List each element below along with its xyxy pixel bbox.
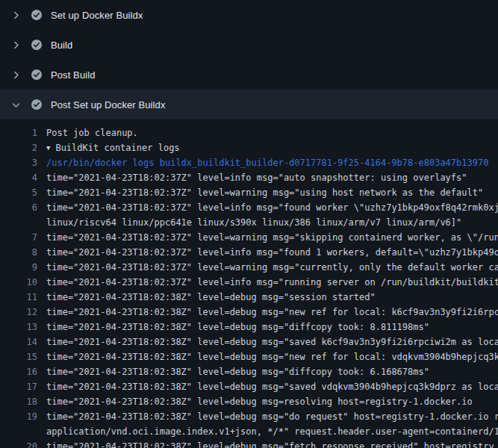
step-label: Build bbox=[51, 40, 72, 51]
log-line-number[interactable]: 4 bbox=[0, 170, 37, 185]
log-group-label[interactable]: ▼BuildKit container logs bbox=[46, 140, 180, 155]
step-label: Set up Docker Buildx bbox=[51, 10, 143, 21]
log-line-number[interactable]: 11 bbox=[0, 290, 37, 305]
workflow-log-viewer: Set up Docker BuildxBuildPost BuildPost … bbox=[0, 0, 498, 448]
log-line-number[interactable]: 8 bbox=[0, 245, 37, 260]
log-line: linux/riscv64 linux/ppc641e linux/s390x … bbox=[0, 215, 498, 230]
log-line-number[interactable]: 12 bbox=[0, 305, 37, 320]
chevron-down-icon[interactable] bbox=[10, 100, 22, 110]
log-line: 8time="2021-04-23T18:02:37Z" level=info … bbox=[0, 245, 498, 260]
log-text: time="2021-04-23T18:02:38Z" level=debug … bbox=[46, 439, 494, 448]
log-group-text[interactable]: BuildKit container logs bbox=[55, 143, 179, 153]
log-line: 9time="2021-04-23T18:02:37Z" level=warni… bbox=[0, 260, 498, 275]
log-line: 19time="2021-04-23T18:02:38Z" level=debu… bbox=[0, 409, 498, 424]
log-text: time="2021-04-23T18:02:37Z" level=info m… bbox=[46, 245, 498, 260]
log-line-number[interactable]: 18 bbox=[0, 394, 37, 409]
triangle-down-icon[interactable]: ▼ bbox=[46, 140, 50, 155]
log-text: time="2021-04-23T18:02:37Z" level=warnin… bbox=[46, 185, 483, 200]
log-command-text: /usr/bin/docker logs buildx_buildkit_bui… bbox=[46, 155, 488, 170]
log-text: time="2021-04-23T18:02:38Z" level=debug … bbox=[46, 349, 498, 364]
log-text: time="2021-04-23T18:02:37Z" level=warnin… bbox=[46, 260, 498, 275]
log-line: 13time="2021-04-23T18:02:38Z" level=debu… bbox=[0, 320, 498, 335]
check-circle-icon bbox=[31, 99, 43, 111]
log-line: 14time="2021-04-23T18:02:38Z" level=debu… bbox=[0, 335, 498, 349]
log-text: time="2021-04-23T18:02:38Z" level=debug … bbox=[46, 364, 429, 379]
log-line: 17time="2021-04-23T18:02:38Z" level=debu… bbox=[0, 379, 498, 394]
log-line-number[interactable]: 5 bbox=[0, 185, 37, 200]
log-line: 15time="2021-04-23T18:02:38Z" level=debu… bbox=[0, 349, 498, 364]
log-line: 18time="2021-04-23T18:02:38Z" level=debu… bbox=[0, 394, 498, 409]
log-text: time="2021-04-23T18:02:37Z" level=info m… bbox=[46, 275, 498, 290]
log-line: application/vnd.oci.image.index.v1+json,… bbox=[0, 424, 498, 439]
step-header-post-set-up-docker-buildx[interactable]: Post Set up Docker Buildx bbox=[0, 90, 498, 119]
log-console: 1Post job cleanup.2▼BuildKit container l… bbox=[0, 119, 498, 448]
step-header-set-up-docker-buildx[interactable]: Set up Docker Buildx bbox=[0, 0, 498, 30]
chevron-right-icon[interactable] bbox=[10, 70, 22, 80]
log-text: time="2021-04-23T18:02:38Z" level=debug … bbox=[46, 379, 498, 394]
check-circle-icon bbox=[31, 9, 43, 21]
log-text: time="2021-04-23T18:02:38Z" level=debug … bbox=[46, 394, 473, 409]
log-line: 6time="2021-04-23T18:02:37Z" level=info … bbox=[0, 200, 498, 215]
log-line-number[interactable]: 13 bbox=[0, 320, 37, 335]
chevron-right-icon[interactable] bbox=[10, 10, 22, 20]
log-line: 16time="2021-04-23T18:02:38Z" level=debu… bbox=[0, 364, 498, 379]
log-text: time="2021-04-23T18:02:38Z" level=debug … bbox=[46, 409, 498, 424]
log-line-number[interactable]: 3 bbox=[0, 155, 37, 170]
check-circle-icon bbox=[31, 69, 43, 81]
step-list: Set up Docker BuildxBuildPost BuildPost … bbox=[0, 0, 498, 119]
log-line-number[interactable]: 1 bbox=[0, 125, 37, 140]
log-line-number[interactable]: 17 bbox=[0, 379, 37, 394]
log-line-number[interactable]: 6 bbox=[0, 200, 37, 215]
log-line: 3/usr/bin/docker logs buildx_buildkit_bu… bbox=[0, 155, 498, 170]
log-line-number bbox=[0, 215, 37, 230]
step-header-post-build[interactable]: Post Build bbox=[0, 60, 498, 90]
log-line-number[interactable]: 2 bbox=[0, 140, 37, 155]
log-line-number[interactable]: 15 bbox=[0, 349, 37, 364]
log-line-number[interactable]: 14 bbox=[0, 335, 37, 349]
log-line-number[interactable]: 7 bbox=[0, 230, 37, 245]
log-text: time="2021-04-23T18:02:37Z" level=info m… bbox=[46, 170, 467, 185]
log-line-number bbox=[0, 424, 37, 439]
log-line-number[interactable]: 19 bbox=[0, 409, 37, 424]
log-line: 10time="2021-04-23T18:02:37Z" level=info… bbox=[0, 275, 498, 290]
log-text: time="2021-04-23T18:02:38Z" level=debug … bbox=[46, 320, 429, 335]
log-text: time="2021-04-23T18:02:37Z" level=info m… bbox=[46, 200, 498, 215]
log-text: time="2021-04-23T18:02:37Z" level=warnin… bbox=[46, 230, 498, 245]
log-line: 20time="2021-04-23T18:02:38Z" level=debu… bbox=[0, 439, 498, 448]
log-line-number[interactable]: 20 bbox=[0, 439, 37, 448]
step-label: Post Build bbox=[51, 69, 96, 81]
chevron-right-icon[interactable] bbox=[10, 40, 22, 50]
log-line: 12time="2021-04-23T18:02:38Z" level=debu… bbox=[0, 305, 498, 320]
log-text: linux/riscv64 linux/ppc641e linux/s390x … bbox=[46, 215, 461, 230]
log-line-number[interactable]: 16 bbox=[0, 364, 37, 379]
log-line: 11time="2021-04-23T18:02:38Z" level=debu… bbox=[0, 290, 498, 305]
log-line: 4time="2021-04-23T18:02:37Z" level=info … bbox=[0, 170, 498, 185]
log-text: application/vnd.oci.image.index.v1+json,… bbox=[46, 424, 498, 439]
log-line: 1Post job cleanup. bbox=[0, 125, 498, 140]
step-label: Post Set up Docker Buildx bbox=[51, 99, 166, 111]
check-circle-icon bbox=[31, 39, 43, 51]
log-text: time="2021-04-23T18:02:38Z" level=debug … bbox=[46, 305, 498, 320]
log-text: Post job cleanup. bbox=[46, 125, 138, 140]
log-line-number[interactable]: 9 bbox=[0, 260, 37, 275]
log-line: 2▼BuildKit container logs bbox=[0, 140, 498, 155]
log-text: time="2021-04-23T18:02:38Z" level=debug … bbox=[46, 290, 376, 305]
log-text: time="2021-04-23T18:02:38Z" level=debug … bbox=[46, 335, 498, 349]
log-line: 5time="2021-04-23T18:02:37Z" level=warni… bbox=[0, 185, 498, 200]
log-line-number[interactable]: 10 bbox=[0, 275, 37, 290]
step-header-build[interactable]: Build bbox=[0, 30, 498, 60]
log-line: 7time="2021-04-23T18:02:37Z" level=warni… bbox=[0, 230, 498, 245]
